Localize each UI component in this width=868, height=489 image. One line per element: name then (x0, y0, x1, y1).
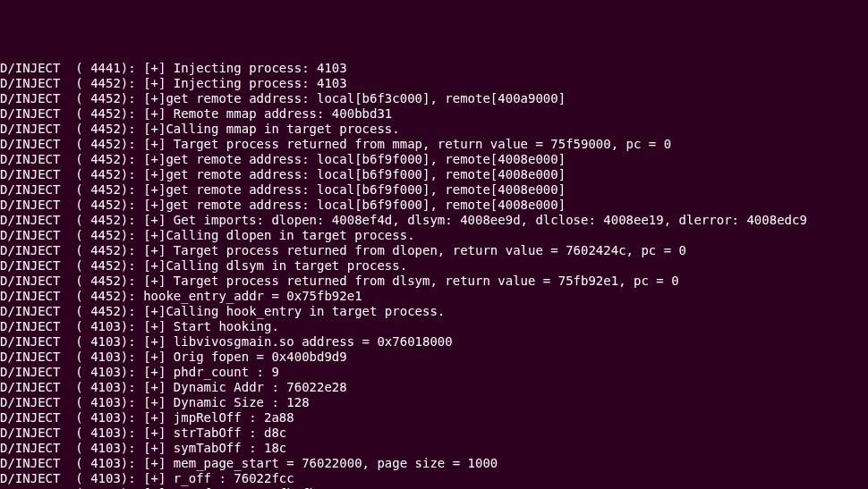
log-line: D/INJECT ( 4103): [+] Dynamic Size : 128 (0, 395, 868, 410)
log-line: D/INJECT ( 4103): [+] Dynamic Addr : 760… (0, 380, 868, 395)
log-line: D/INJECT ( 4452): [+]Calling dlopen in t… (0, 228, 868, 243)
log-line: D/INJECT ( 4452): [+] Target process ret… (0, 243, 868, 258)
log-line: D/INJECT ( 4103): [+] phdr_count : 9 (0, 365, 868, 380)
log-line: D/INJECT ( 4103): [+] r_off : 76022fcc (0, 471, 868, 486)
log-line: D/INJECT ( 4452): [+]get remote address:… (0, 167, 868, 182)
log-line: D/INJECT ( 4452): [+] Target process ret… (0, 274, 868, 289)
log-line: D/INJECT ( 4103): [+] symTabOff : 18c (0, 441, 868, 456)
log-line: D/INJECT ( 4441): [+] Injecting process:… (0, 61, 868, 76)
log-line: D/INJECT ( 4103): [+] Start hooking. (0, 319, 868, 334)
log-line: D/INJECT ( 4452): [+]get remote address:… (0, 198, 868, 213)
log-line: D/INJECT ( 4103): [+] Orig fopen = 0x400… (0, 350, 868, 365)
terminal-output: D/INJECT ( 4441): [+] Injecting process:… (0, 61, 868, 489)
log-line: D/INJECT ( 4452): hooke_entry_addr = 0x7… (0, 289, 868, 304)
log-line: D/INJECT ( 4452): [+]Calling dlsym in ta… (0, 258, 868, 274)
log-line: D/INJECT ( 4452): [+] Target process ret… (0, 137, 868, 152)
log-line: D/INJECT ( 4452): [+]Calling hook_entry … (0, 304, 868, 319)
log-line: D/INJECT ( 4103): [+] strTabOff : d8c (0, 426, 868, 441)
log-line: D/INJECT ( 4452): [+]get remote address:… (0, 182, 868, 198)
log-line: D/INJECT ( 4452): [+]get remote address:… (0, 152, 868, 167)
log-line: D/INJECT ( 4452): [+]Calling mmap in tar… (0, 122, 868, 137)
log-line: D/INJECT ( 4452): [+] Injecting process:… (0, 76, 868, 91)
log-line: D/INJECT ( 4103): [+] mem_page_start = 7… (0, 456, 868, 471)
log-line: D/INJECT ( 4103): [+] libvivosgmain.so a… (0, 334, 868, 350)
log-line: D/INJECT ( 4452): [+] Get imports: dlope… (0, 213, 868, 228)
log-line: D/INJECT ( 4452): [+] Remote mmap addres… (0, 106, 868, 122)
log-line: D/INJECT ( 4103): [+] jmpRelOff : 2a88 (0, 410, 868, 426)
log-line: D/INJECT ( 4452): [+]get remote address:… (0, 91, 868, 106)
